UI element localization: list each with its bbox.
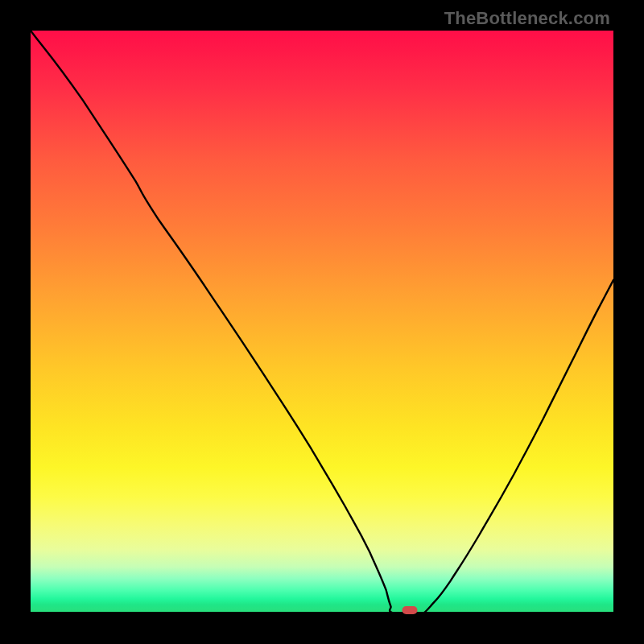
x-axis-baseline bbox=[31, 612, 613, 613]
optimal-point-marker bbox=[402, 606, 417, 614]
attribution-text: TheBottleneck.com bbox=[444, 8, 610, 29]
chart-plot-area bbox=[31, 31, 613, 613]
bottleneck-curve bbox=[31, 31, 613, 613]
